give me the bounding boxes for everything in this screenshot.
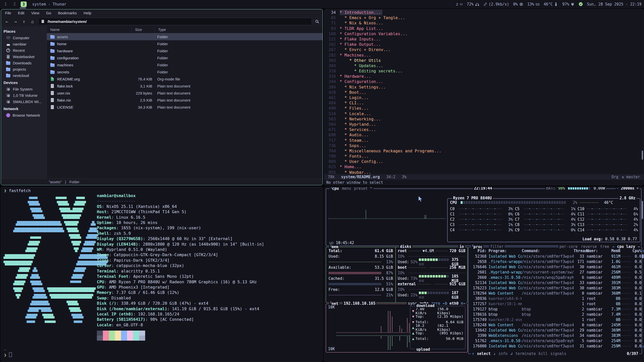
path-bar[interactable]: /home/nambiar/system/	[38, 18, 312, 25]
header-command[interactable]: Command:	[522, 249, 574, 253]
terminate-button[interactable]: terminate	[515, 351, 536, 356]
home-button[interactable]: ⌂	[30, 19, 35, 24]
cursor-position: 34:2	[386, 175, 395, 179]
line-number: 809	[324, 159, 336, 164]
btop-scrollbar-thumb[interactable]	[642, 201, 643, 219]
logo-line: ▜██▛ ▜███▙ ▜██████████████████▛	[4, 287, 108, 293]
process-row[interactable]: 179127 btop btop 2 nambiar 7.3M 0.0	[470, 306, 640, 312]
menu-item[interactable]: Help	[84, 11, 91, 15]
file-row[interactable]: hardware Folder	[47, 47, 323, 54]
process-row[interactable]: 38936 kworker/u64:6-kc 1 root 0B 0.0	[470, 296, 640, 301]
sidebar-item[interactable]: nextcloud	[1, 72, 47, 79]
cpu-tab[interactable]: 1cpu	[331, 187, 339, 191]
info-key: Terminal	[97, 269, 116, 274]
process-row[interactable]: 2660 .emacs-31.0.50- /nix/store/wnqz5pa8…	[470, 275, 640, 280]
interval-decrease-button[interactable]: -	[617, 187, 619, 191]
menu-item[interactable]: View	[31, 11, 39, 15]
major-mode: Org	[612, 175, 618, 179]
file-row[interactable]: flake.lock 3,1 KiB Plain text document	[47, 82, 323, 89]
process-row[interactable]: 13642 Isolated Web Co /nix/store/sm8fmrf…	[470, 328, 640, 333]
preset-button[interactable]: preset *	[354, 187, 372, 191]
core-percent: 4%	[566, 212, 575, 216]
sidebar-item[interactable]: Wastebasket	[1, 54, 47, 60]
header-threads[interactable]: Threads:	[574, 249, 584, 253]
mem-stat-meter: 51%	[326, 281, 395, 287]
column-header-name[interactable]: Name	[47, 26, 132, 33]
process-row[interactable]: 176223 Isolated Web Co /nix/store/sm8fmr…	[470, 285, 640, 291]
forward-button[interactable]: →	[13, 19, 18, 24]
workspace-3-active[interactable]: 3	[21, 2, 27, 7]
process-row[interactable]: 175749 kworker/6:2-even 1 root 0B 0.0	[470, 317, 640, 322]
process-row[interactable]: 52134 Isolated Web Co /nix/store/sm8fmrf…	[470, 280, 640, 285]
file-row[interactable]: flake.nix 2,5 KiB Plain text document	[47, 97, 323, 104]
interval-increase-button[interactable]: +	[636, 187, 639, 191]
net-interface-switch[interactable]: ←b eth0 n→	[443, 301, 465, 306]
up-arrow-icon[interactable]: ↑	[472, 351, 474, 356]
net-scale-top: 10K	[328, 305, 335, 309]
file-row[interactable]: README.org 76,4 KiB Org-mode file	[47, 75, 323, 82]
process-cpu: 0.0	[631, 254, 641, 259]
process-row[interactable]: 2658 .firefox-wrappe /nix/store/sm8fmrf3…	[470, 259, 640, 264]
logo-line: ▟███▛ ▜███▙ ▜███▙	[4, 313, 108, 320]
file-row[interactable]: home Folder	[47, 40, 323, 47]
sidebar-item[interactable]: SMALLBOX Wi...	[1, 99, 47, 105]
org-outline-line: 34 * Introduction...	[324, 10, 643, 15]
sidebar-item[interactable]: Downloads	[1, 60, 47, 66]
sidebar-item[interactable]: File System	[1, 86, 47, 92]
menu-item[interactable]: Edit	[18, 11, 24, 15]
menu-item[interactable]: Bookmarks	[58, 11, 77, 15]
process-row[interactable]: 178248 Web Content /nix/store/sm8fmrf3wp…	[470, 322, 640, 328]
header-pid[interactable]: Pid:	[470, 249, 487, 253]
process-row[interactable]: 177257 kworker/10:1-mm_ 1 root 0B 0.0	[470, 301, 640, 306]
process-row[interactable]: 2601 .Hyprland-wrapp /run/current-system…	[470, 269, 640, 275]
cpu-total-bar	[461, 200, 566, 205]
menu-button[interactable]: menu	[342, 187, 351, 191]
file-row[interactable]: LICENSE 34,3 KiB Plain text document	[47, 104, 323, 111]
signals-button[interactable]: signals	[550, 351, 566, 356]
file-row[interactable]: user.nix 229 bytes Plain text document	[47, 89, 323, 97]
process-program: kworker/10:1-mm_	[487, 302, 522, 306]
header-user[interactable]: User:	[584, 249, 606, 253]
process-user: nambiar	[584, 265, 606, 269]
memory-value: 13%	[527, 2, 534, 7]
info-value: Aporetic Sans Mono (12pt)	[133, 274, 194, 279]
process-row[interactable]: 178294 Web Content /nix/store/sm8fmrf3wp…	[470, 291, 640, 296]
process-row[interactable]: 178616 btop btop 2 nambiar 7.4M 0.0	[470, 312, 640, 317]
file-type: Folder	[155, 56, 323, 60]
column-header-size[interactable]: Size	[132, 26, 155, 33]
sidebar-item[interactable]: projects	[1, 66, 47, 72]
header-cpu[interactable]: Cpu%	[631, 249, 641, 253]
info-button[interactable]: info	[498, 351, 507, 356]
search-icon[interactable]	[315, 19, 319, 24]
sidebar-item[interactable]: nambiar	[1, 41, 47, 47]
process-mem: 254M	[606, 339, 620, 343]
process-row[interactable]: 176646 Isolated Web Co /nix/store/sm8fmr…	[470, 264, 640, 269]
sidebar-item[interactable]: Browse Network	[1, 112, 47, 118]
file-row[interactable]: assets Folder	[47, 33, 323, 40]
file-row[interactable]: machines Folder	[47, 61, 323, 68]
menu-item[interactable]: Go	[46, 11, 51, 15]
process-row[interactable]: 51762 .emacs-31.0.50- /nix/store/wnqz5pa…	[470, 338, 640, 343]
up-button[interactable]: ↑	[21, 19, 27, 24]
workspace-1[interactable]: 1	[3, 2, 9, 7]
menu-item[interactable]: File	[5, 11, 11, 15]
header-mem[interactable]: MemB	[606, 249, 620, 253]
sidebar-item[interactable]: 1,0 TB Volume	[1, 92, 47, 99]
emacs-scrollbar-thumb[interactable]	[642, 151, 643, 160]
workspace-2[interactable]: 2	[12, 2, 18, 7]
select-button[interactable]: select	[477, 351, 491, 356]
sidebar-item[interactable]: Recent	[1, 47, 47, 54]
column-header-type[interactable]: Type	[155, 26, 323, 33]
sidebar-item[interactable]: Computer	[1, 35, 47, 41]
process-row[interactable]: 52368 Isolated Web Co /nix/store/sm8fmrf…	[470, 254, 640, 259]
file-row[interactable]: secrets Folder	[47, 68, 323, 75]
info-row: Packages: 1655 (nix-system), 199 (nix-us…	[97, 225, 264, 231]
file-row[interactable]: configuration Folder	[47, 54, 323, 61]
process-row[interactable]: 176000 Isolated Web Co /nix/store/sm8fmr…	[470, 343, 640, 349]
logo-segment: ▟▙ ▟███▛	[33, 267, 86, 272]
back-button[interactable]: ←	[4, 19, 10, 24]
down-arrow-icon[interactable]: ↓	[493, 351, 496, 356]
header-program[interactable]: Program:	[487, 249, 522, 253]
kill-button[interactable]: kill	[539, 351, 548, 356]
process-row[interactable]: 3390 WebExtensions /nix/store/sm8fmrf3wp…	[470, 333, 640, 338]
